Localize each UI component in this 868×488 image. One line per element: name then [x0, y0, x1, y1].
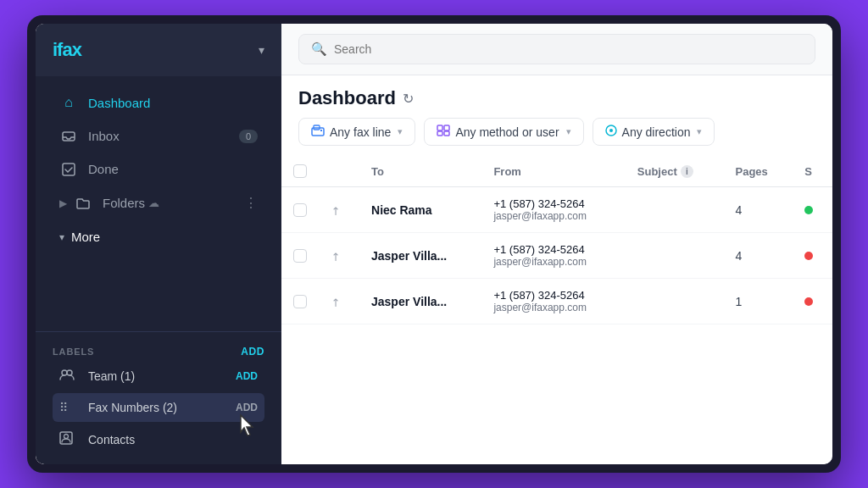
row-to: Jasper Villa...: [359, 233, 481, 279]
svg-point-6: [64, 435, 69, 439]
label-item-team[interactable]: Team (1) ADD: [53, 361, 264, 391]
row-from: +1 (587) 324-5264 jasper@ifaxapp.com: [481, 279, 625, 324]
row-from: +1 (587) 324-5264 jasper@ifaxapp.com: [481, 233, 625, 279]
col-status: S: [793, 156, 832, 187]
folder-cloud-icon: ☁: [148, 197, 159, 209]
svg-rect-9: [320, 130, 322, 131]
search-input-wrap: 🔍: [298, 34, 815, 64]
row-checkbox-cell: [281, 279, 319, 324]
svg-rect-13: [444, 131, 449, 136]
sidebar-item-inbox[interactable]: Inbox 0: [42, 120, 275, 152]
col-arrow: [319, 156, 359, 187]
row-to: Niec Rama: [359, 187, 481, 233]
col-checkbox: [281, 156, 319, 187]
search-input[interactable]: [334, 42, 803, 56]
search-bar: 🔍: [281, 24, 832, 75]
page-title: Dashboard: [298, 87, 396, 109]
logo-dropdown-arrow[interactable]: ▾: [259, 43, 264, 57]
search-icon: 🔍: [311, 42, 327, 57]
folder-icon: [74, 197, 92, 209]
filter-method-user[interactable]: Any method or user ▾: [424, 118, 583, 146]
row-checkbox[interactable]: [293, 249, 307, 263]
fax-numbers-icon: ⠿: [59, 401, 78, 414]
row-subject: [626, 279, 724, 324]
status-dot-red: [804, 297, 813, 306]
team-add-button[interactable]: ADD: [236, 370, 258, 382]
sidebar-item-label: More: [71, 230, 100, 244]
folder-options-icon[interactable]: ⋮: [244, 195, 258, 211]
col-subject: Subject i: [626, 156, 724, 187]
svg-rect-1: [63, 164, 75, 175]
sidebar-item-label: Inbox: [88, 129, 120, 143]
chevron-right-icon: ▶: [59, 197, 67, 209]
direction-caret: ▾: [697, 126, 702, 137]
sidebar-divider: [36, 331, 281, 332]
laptop-frame: ifax ▾ ⌂ Dashboard Inbox 0: [27, 15, 841, 473]
label-item-label: Contacts: [88, 433, 135, 446]
direction-label: Any direction: [622, 125, 691, 139]
labels-title: LABELS: [53, 347, 94, 357]
table-row[interactable]: ↗ Jasper Villa... +1 (587) 324-5264 jasp…: [281, 233, 832, 279]
label-item-contacts[interactable]: Contacts: [53, 424, 264, 456]
svg-rect-11: [444, 125, 449, 130]
col-to: To: [359, 156, 481, 187]
labels-add-button[interactable]: ADD: [241, 346, 264, 358]
select-all-checkbox[interactable]: [293, 164, 307, 178]
filter-direction[interactable]: Any direction ▾: [593, 118, 715, 146]
row-status: [793, 187, 832, 233]
row-from: +1 (587) 324-5264 jasper@ifaxapp.com: [481, 187, 625, 233]
row-arrow-icon: ↗: [327, 294, 342, 309]
sidebar-item-label: Folders: [103, 196, 145, 210]
sidebar-item-label: Dashboard: [88, 96, 150, 110]
label-item-label: Team (1): [88, 369, 135, 383]
direction-icon: [605, 125, 617, 139]
table-row[interactable]: ↗ Jasper Villa... +1 (587) 324-5264 jasp…: [281, 279, 832, 324]
svg-rect-12: [437, 131, 442, 136]
status-dot-green: [804, 206, 813, 214]
labels-section: LABELS ADD Team (1) ADD ⠿ Fax Numbers (2…: [36, 339, 281, 464]
label-item-label: Fax Numbers (2): [88, 401, 177, 414]
row-to: Jasper Villa...: [359, 279, 481, 324]
status-dot-red: [804, 252, 813, 260]
sidebar: ifax ▾ ⌂ Dashboard Inbox 0: [36, 24, 281, 464]
team-icon: [59, 369, 78, 384]
svg-point-15: [609, 129, 613, 132]
row-checkbox[interactable]: [293, 295, 307, 308]
row-arrow-cell: ↗: [319, 187, 359, 233]
logo-text-plain: ifa: [53, 39, 72, 60]
fax-numbers-add-button[interactable]: ADD: [236, 402, 258, 413]
sidebar-nav: ⌂ Dashboard Inbox 0 Done: [36, 76, 281, 324]
row-checkbox-cell: [281, 187, 319, 233]
col-from: From: [481, 156, 625, 187]
row-subject: [626, 233, 724, 279]
svg-point-3: [67, 370, 72, 375]
sidebar-item-folders[interactable]: ▶ Folders ☁ ⋮: [42, 186, 275, 219]
sidebar-item-dashboard[interactable]: ⌂ Dashboard: [42, 86, 275, 119]
sidebar-item-label: Done: [88, 162, 119, 176]
sidebar-item-more[interactable]: ▾ More: [42, 221, 275, 252]
row-status: [793, 233, 832, 279]
table-row[interactable]: ↗ Niec Rama +1 (587) 324-5264 jasper@ifa…: [281, 187, 832, 233]
col-pages: Pages: [724, 156, 793, 187]
fax-table: To From Subject i Pages S: [281, 156, 832, 464]
row-checkbox[interactable]: [293, 203, 307, 217]
row-arrow-icon: ↗: [327, 202, 342, 218]
sidebar-item-done[interactable]: Done: [42, 153, 275, 185]
row-status: [793, 279, 832, 324]
fax-line-caret: ▾: [398, 126, 403, 137]
row-arrow-cell: ↗: [319, 233, 359, 279]
chevron-down-icon: ▾: [59, 231, 64, 243]
inbox-icon: [59, 130, 78, 143]
inbox-badge: 0: [239, 130, 258, 143]
sidebar-header: ifax ▾: [36, 24, 281, 76]
fax-line-icon: [311, 125, 325, 139]
filter-fax-line[interactable]: Any fax line ▾: [298, 118, 415, 146]
labels-header: LABELS ADD: [53, 346, 264, 358]
filter-bar: Any fax line ▾ Any method or user ▾ Any …: [281, 118, 832, 156]
logo-text-accent: x: [72, 39, 81, 60]
fax-line-label: Any fax line: [330, 125, 391, 139]
label-item-fax-numbers[interactable]: ⠿ Fax Numbers (2) ADD: [53, 393, 264, 422]
refresh-icon[interactable]: ↻: [403, 91, 414, 107]
method-caret: ▾: [566, 126, 571, 137]
done-icon: [59, 163, 78, 176]
